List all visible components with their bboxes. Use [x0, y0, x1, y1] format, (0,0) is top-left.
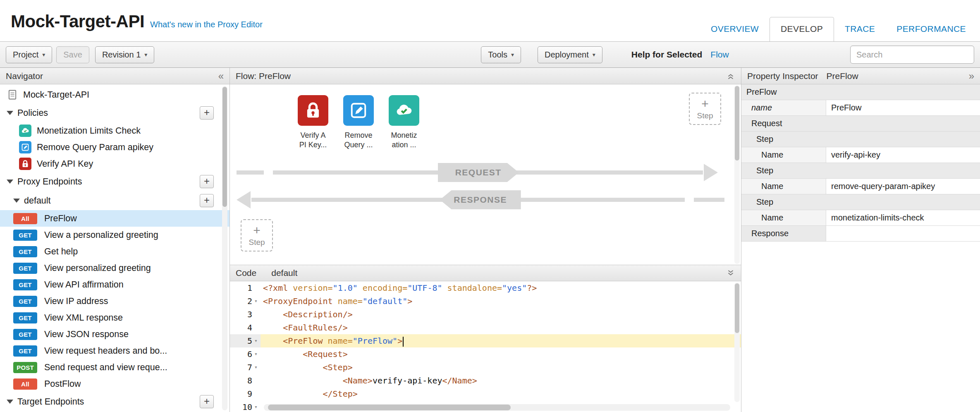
add-policy-button[interactable]: +: [200, 106, 214, 120]
expand-right-icon[interactable]: »: [969, 71, 974, 81]
revision-button[interactable]: Revision 1 ▾: [95, 46, 154, 63]
collapse-up-icon[interactable]: [726, 72, 735, 81]
inspector-row-name[interactable]: namePreFlow: [741, 100, 980, 116]
fold-caret-icon[interactable]: ▾: [252, 361, 260, 374]
navigator-section-policies[interactable]: Policies +: [0, 103, 229, 122]
navigator-flow-get-help[interactable]: GETGet help: [0, 243, 229, 260]
project-button[interactable]: Project ▾: [6, 46, 52, 63]
code-line-3[interactable]: 3 <Description/>: [230, 308, 741, 321]
add-flow-button[interactable]: +: [200, 194, 214, 207]
flow-scrollbar[interactable]: [734, 85, 740, 264]
flow-policy-monetization[interactable]: Monetiz ation ...: [379, 95, 429, 150]
inspector-row-name[interactable]: Namemonetization-limits-check: [741, 210, 980, 226]
whats-new-link[interactable]: What's new in the Proxy Editor: [150, 20, 263, 29]
scrollbar-thumb[interactable]: [222, 87, 227, 207]
navigator-section-target-endpoints[interactable]: Target Endpoints +: [0, 392, 229, 411]
code-line-2[interactable]: 2▾<ProxyEndpoint name="default">: [230, 295, 741, 308]
navigator-flow-view-api-affirmation[interactable]: GETView API affirmation: [0, 276, 229, 293]
scrollbar-thumb[interactable]: [735, 86, 739, 160]
navigator-header: Navigator «: [0, 68, 229, 84]
inspector-row-name[interactable]: Nameverify-api-key: [741, 147, 980, 163]
navigator-flow-postflow[interactable]: AllPostFlow: [0, 376, 229, 392]
inspector-section-step[interactable]: Step: [741, 132, 980, 147]
code-line-1[interactable]: 1<?xml version="1.0" encoding="UTF-8" st…: [230, 281, 741, 295]
tab-trace[interactable]: TRACE: [834, 17, 886, 41]
lock-icon: [298, 95, 328, 126]
fold-caret-icon[interactable]: ▾: [252, 295, 260, 308]
policy-item-monetization-limits-check[interactable]: Monetization Limits Check: [0, 122, 229, 139]
navigator-flow-view-personalized-greeting[interactable]: GETView personalized greeting: [0, 260, 229, 276]
code-token: <Request>: [303, 349, 347, 359]
add-step-request-button[interactable]: + Step: [689, 93, 721, 125]
monetization-icon: [389, 95, 419, 126]
inspector-value-cell[interactable]: remove-query-param-apikey: [826, 179, 980, 194]
inspector-section-step[interactable]: Step: [741, 163, 980, 179]
deployment-button[interactable]: Deployment ▾: [538, 46, 602, 63]
code-token: standalone=: [447, 283, 502, 293]
inspector-row-name[interactable]: Nameremove-query-param-apikey: [741, 179, 980, 194]
navigator-flow-view-a-personalized-greeting[interactable]: GETView a personalized greeting: [0, 227, 229, 243]
add-target-endpoint-button[interactable]: +: [200, 395, 214, 408]
code-horizontal-scrollbar[interactable]: [264, 404, 730, 411]
code-token: >: [397, 336, 402, 346]
add-step-response-button[interactable]: + Step: [241, 219, 273, 252]
policy-item-remove-query-param-apikey[interactable]: Remove Query Param apikey: [0, 139, 229, 156]
code-line-7[interactable]: 7▾ <Step>: [230, 361, 741, 374]
inspector-value-cell[interactable]: PreFlow: [826, 100, 980, 115]
method-badge: GET: [13, 329, 37, 340]
inspector-section-request[interactable]: Request: [741, 116, 980, 132]
navigator-scrollbar[interactable]: [222, 86, 227, 410]
search-input[interactable]: [850, 46, 974, 64]
inspector-row-response[interactable]: Response: [741, 226, 980, 242]
navigator-flow-view-xml-response[interactable]: GETView XML response: [0, 309, 229, 326]
add-proxy-endpoint-button[interactable]: +: [200, 175, 214, 188]
inspector-value-cell[interactable]: verify-api-key: [826, 147, 980, 163]
code-editor[interactable]: 1<?xml version="1.0" encoding="UTF-8" st…: [230, 281, 741, 412]
fold-caret-icon[interactable]: ▾: [252, 334, 260, 347]
code-line-9[interactable]: 9 </Step>: [230, 387, 741, 400]
fold-caret-icon[interactable]: ▾: [252, 347, 260, 361]
navigator-flow-view-json-response[interactable]: GETView JSON response: [0, 326, 229, 343]
fold-caret-icon[interactable]: ▾: [252, 400, 260, 412]
plus-icon: +: [701, 98, 709, 110]
line-number-gutter: 6▾: [230, 347, 261, 361]
policy-item-verify-api-key[interactable]: Verify API Key: [0, 156, 229, 172]
navigator-flow-preflow[interactable]: AllPreFlow: [0, 210, 229, 227]
tab-performance[interactable]: PERFORMANCE: [886, 17, 977, 41]
inspector-section-step[interactable]: Step: [741, 194, 980, 210]
scrollbar-thumb[interactable]: [268, 405, 511, 410]
flow-item-label: Send request and view reque...: [44, 362, 167, 373]
navigator-flow-view-request-headers-and-bo[interactable]: GETView request headers and bo...: [0, 343, 229, 359]
tab-develop[interactable]: DEVELOP: [770, 17, 834, 42]
collapse-left-icon[interactable]: «: [218, 71, 224, 81]
code-line-4[interactable]: 4 <FaultRules/>: [230, 321, 741, 334]
line-number-gutter: 1: [230, 281, 261, 295]
proxy-endpoints-section-label: Proxy Endpoints: [17, 177, 82, 187]
flow-policy-verify-api-key[interactable]: Verify A PI Key...: [288, 95, 338, 150]
tools-button[interactable]: Tools ▾: [481, 46, 521, 63]
help-flow-link[interactable]: Flow: [710, 50, 729, 60]
code-vertical-scrollbar[interactable]: [734, 283, 740, 402]
inspector-value-cell[interactable]: [826, 226, 980, 241]
navigator-flow-view-ip-address[interactable]: GETView IP address: [0, 293, 229, 309]
navigator-root-item[interactable]: Mock-Target-API: [0, 86, 229, 103]
flow-policy-remove-query-param[interactable]: Remove Query ...: [333, 95, 384, 150]
collapse-down-icon[interactable]: [726, 268, 735, 278]
code-token: [333, 296, 338, 306]
navigator-flow-send-request-and-view-reque[interactable]: POSTSend request and view reque...: [0, 359, 229, 376]
code-line-6[interactable]: 6▾ <Request>: [230, 347, 741, 361]
inspector-section-preflow[interactable]: PreFlow: [741, 84, 980, 100]
scrollbar-thumb[interactable]: [735, 283, 739, 333]
arrow-left-icon: [237, 191, 251, 208]
code-line-5[interactable]: 5▾ <PreFlow name="PreFlow">: [230, 334, 741, 347]
save-button[interactable]: Save: [56, 46, 89, 63]
navigator-endpoint-default[interactable]: default +: [0, 191, 229, 210]
navigator-section-proxy-endpoints[interactable]: Proxy Endpoints +: [0, 172, 229, 191]
tab-overview[interactable]: OVERVIEW: [700, 17, 770, 41]
help-for-selected-label: Help for Selected: [631, 50, 703, 60]
code-line-8[interactable]: 8 <Name>verify-api-key</Name>: [230, 374, 741, 387]
code-token: [263, 389, 323, 399]
flow-canvas: Verify A PI Key... Remove Query ... Mone…: [230, 84, 741, 265]
inspector-value-cell[interactable]: monetization-limits-check: [826, 210, 980, 225]
toolbar: Project ▾ Save Revision 1 ▾ Tools ▾ Depl…: [0, 41, 980, 68]
